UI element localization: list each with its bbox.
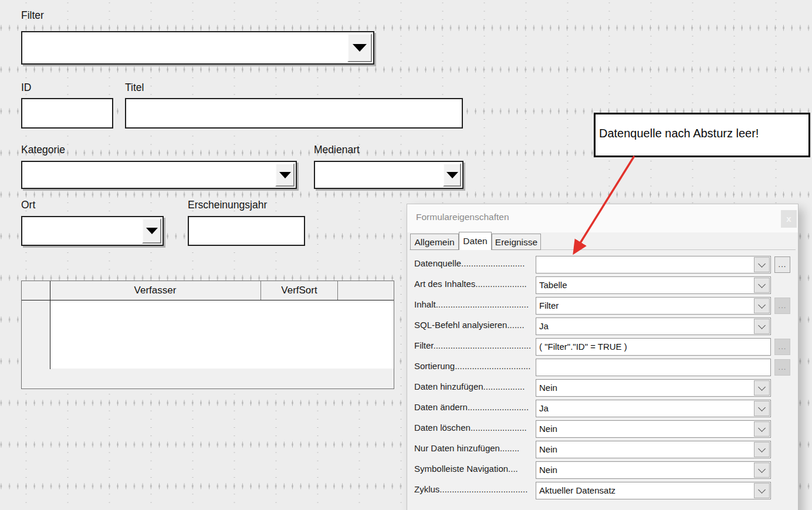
property-label: Art des Inhaltes..................... bbox=[414, 279, 533, 289]
browse-button[interactable]: ... bbox=[774, 256, 790, 273]
grid-rowheader-divider bbox=[50, 281, 50, 369]
id-label: ID bbox=[21, 82, 32, 94]
chevron-down-icon bbox=[758, 260, 766, 268]
property-row: Sortierung..............................… bbox=[407, 359, 798, 376]
dialog-title: Formulareigenschaften bbox=[416, 212, 509, 222]
property-value: Filter bbox=[536, 298, 753, 313]
property-value: Nein bbox=[536, 421, 753, 437]
medienart-combobox[interactable] bbox=[314, 161, 463, 189]
property-row: SQL-Befehl analysieren.......Ja bbox=[407, 318, 798, 335]
annotation-text: Datenquelle nach Absturz leer! bbox=[599, 127, 759, 140]
chevron-down-icon bbox=[758, 383, 766, 391]
property-field[interactable] bbox=[536, 256, 771, 273]
property-row: Datenquelle............................. bbox=[407, 256, 798, 273]
dropdown-button[interactable] bbox=[754, 421, 770, 437]
tab-allgemein[interactable]: Allgemein bbox=[410, 234, 459, 250]
property-label: Daten löschen....................... bbox=[414, 423, 533, 433]
dropdown-arrow-icon bbox=[446, 172, 458, 178]
property-value: Tabelle bbox=[536, 277, 753, 293]
close-button[interactable]: x bbox=[781, 210, 797, 228]
filter-label: Filter bbox=[21, 9, 44, 22]
ort-combobox[interactable] bbox=[21, 216, 164, 246]
dropdown-button[interactable] bbox=[754, 442, 770, 457]
titel-field[interactable] bbox=[125, 98, 463, 129]
property-label: Sortierung..............................… bbox=[414, 361, 533, 371]
grid-column-header-verfsort[interactable]: VerfSort bbox=[261, 281, 338, 300]
dialog-titlebar[interactable]: Formulareigenschaften x bbox=[407, 204, 798, 232]
browse-button[interactable]: ... bbox=[774, 298, 790, 314]
property-row: Symbolleiste Navigation....Nein bbox=[407, 461, 798, 479]
grid-header-divider bbox=[22, 300, 394, 300]
chevron-down-icon bbox=[758, 445, 766, 452]
property-field[interactable]: Aktueller Datensatz bbox=[536, 482, 771, 499]
property-row: Nur Daten hinzufügen........Nein bbox=[407, 441, 798, 458]
tab-ereignisse[interactable]: Ereignisse bbox=[492, 234, 541, 250]
grid-column-header-verfasser[interactable]: Verfasser bbox=[50, 281, 261, 300]
property-row: Filter..................................… bbox=[407, 338, 798, 356]
dropdown-arrow-icon bbox=[146, 228, 158, 234]
chevron-down-icon bbox=[758, 322, 766, 329]
property-value: Ja bbox=[536, 400, 753, 416]
annotation-box: Datenquelle nach Absturz leer! bbox=[594, 113, 810, 157]
property-field[interactable]: Nein bbox=[536, 379, 771, 397]
property-label: Zyklus..................................… bbox=[414, 484, 533, 494]
property-field[interactable]: Nein bbox=[536, 441, 771, 458]
chevron-down-icon bbox=[758, 301, 766, 309]
close-icon: x bbox=[786, 214, 791, 224]
kategorie-label: Kategorie bbox=[21, 144, 65, 156]
dropdown-button[interactable] bbox=[754, 257, 770, 272]
property-value: Ja bbox=[536, 318, 753, 334]
property-label: Datenquelle.......................... bbox=[414, 258, 533, 268]
dropdown-button[interactable] bbox=[754, 401, 770, 416]
titel-label: Titel bbox=[125, 82, 144, 94]
dropdown-button[interactable] bbox=[347, 33, 372, 62]
erscheinungsjahr-label: Erscheinungsjahr bbox=[188, 199, 267, 211]
kategorie-combobox[interactable] bbox=[21, 161, 297, 189]
filter-combobox[interactable] bbox=[21, 31, 374, 65]
id-field[interactable] bbox=[21, 98, 113, 129]
property-row: Daten löschen.......................Nein bbox=[407, 420, 798, 438]
chevron-down-icon bbox=[758, 404, 766, 411]
property-field[interactable]: Tabelle bbox=[536, 276, 771, 294]
grid-data-area[interactable] bbox=[50, 300, 394, 369]
dropdown-button[interactable] bbox=[754, 278, 770, 293]
property-row: Daten ändern.........................Ja bbox=[407, 400, 798, 417]
table-grid[interactable]: Verfasser VerfSort bbox=[21, 281, 394, 389]
chevron-down-icon bbox=[758, 465, 766, 473]
property-field[interactable] bbox=[536, 359, 771, 376]
form-design-canvas: Filter ID Titel Kategorie Medienart Ort … bbox=[0, 0, 812, 510]
dropdown-button[interactable] bbox=[754, 462, 770, 478]
dropdown-button[interactable] bbox=[754, 298, 770, 313]
ort-label: Ort bbox=[21, 199, 35, 211]
browse-button[interactable]: ... bbox=[774, 359, 790, 376]
property-field[interactable]: Filter bbox=[536, 297, 771, 315]
grid-column-header-empty bbox=[338, 281, 394, 300]
property-value: Nein bbox=[536, 462, 753, 478]
property-label: SQL-Befehl analysieren....... bbox=[414, 320, 533, 330]
property-field[interactable]: Nein bbox=[536, 461, 771, 479]
property-row: Art des Inhaltes.....................Tab… bbox=[407, 276, 798, 294]
property-field[interactable]: Ja bbox=[536, 318, 771, 335]
property-field[interactable]: Ja bbox=[536, 400, 771, 417]
browse-button[interactable]: ... bbox=[774, 339, 790, 355]
property-field[interactable]: Nein bbox=[536, 420, 771, 438]
property-row: Zyklus..................................… bbox=[407, 482, 798, 499]
dropdown-button[interactable] bbox=[754, 380, 770, 396]
dropdown-button[interactable] bbox=[142, 218, 161, 244]
property-value: Aktueller Datensatz bbox=[536, 482, 753, 498]
property-label: Nur Daten hinzufügen........ bbox=[414, 443, 533, 453]
dropdown-button[interactable] bbox=[275, 163, 295, 187]
property-label: Inhalt..................................… bbox=[414, 299, 533, 309]
property-field[interactable]: ( "Filter"."ID" = TRUE ) bbox=[536, 338, 771, 356]
property-value: ( "Filter"."ID" = TRUE ) bbox=[536, 339, 768, 354]
erscheinungsjahr-field[interactable] bbox=[188, 216, 305, 246]
grid-rowheader-cell bbox=[22, 281, 50, 300]
dropdown-button[interactable] bbox=[443, 163, 461, 187]
tab-daten[interactable]: Daten bbox=[459, 232, 492, 250]
chevron-down-icon bbox=[758, 281, 766, 288]
chevron-down-icon bbox=[758, 486, 766, 494]
dropdown-button[interactable] bbox=[754, 319, 770, 334]
property-label: Filter..................................… bbox=[414, 340, 533, 350]
property-label: Daten ändern......................... bbox=[414, 402, 533, 412]
dropdown-button[interactable] bbox=[754, 483, 770, 498]
